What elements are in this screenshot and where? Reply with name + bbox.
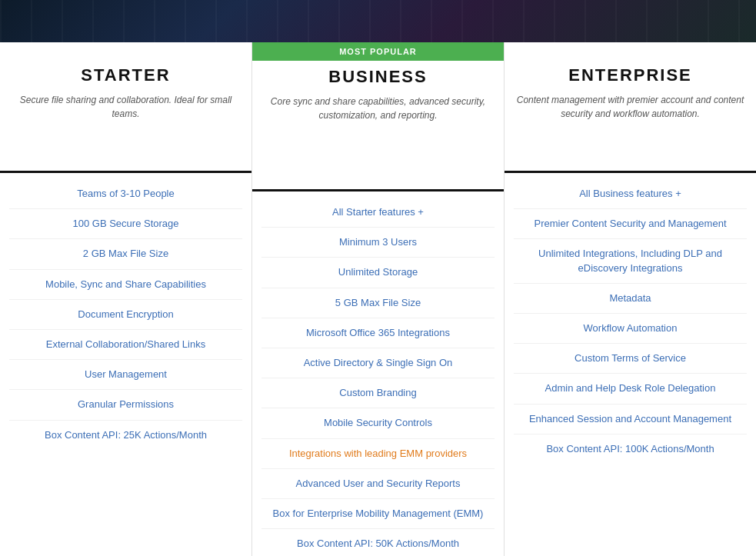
hero-banner	[0, 0, 756, 42]
business-features: All Starter features + Minimum 3 Users U…	[252, 191, 504, 556]
starter-plan-name: STARTER	[81, 65, 170, 85]
pricing-wrapper: STARTER Secure file sharing and collabor…	[0, 42, 756, 556]
enterprise-plan: ENTERPRISE Content management with premi…	[505, 42, 756, 556]
list-item: 5 GB Max File Size	[261, 288, 495, 318]
list-item: External Collaboration/Shared Links	[9, 330, 242, 360]
business-plan: MOST POPULAR BUSINESS Core sync and shar…	[252, 42, 505, 556]
starter-features: Teams of 3-10 People 100 GB Secure Stora…	[0, 173, 251, 456]
business-plan-desc: Core sync and share capabilities, advanc…	[264, 95, 492, 122]
list-item: Integrations with leading EMM providers	[261, 439, 495, 469]
list-item: Active Directory & Single Sign On	[261, 348, 495, 378]
starter-plan-desc: Secure file sharing and collaboration. I…	[12, 93, 240, 121]
business-header: BUSINESS Core sync and share capabilitie…	[252, 61, 504, 191]
list-item: Box Content API: 50K Actions/Month	[261, 529, 495, 556]
enterprise-plan-desc: Content management with premier account …	[516, 93, 744, 121]
starter-header: STARTER Secure file sharing and collabor…	[0, 42, 251, 173]
list-item: User Management	[9, 360, 242, 390]
list-item: Microsoft Office 365 Integrations	[261, 318, 495, 348]
list-item: All Business features +	[514, 179, 747, 209]
most-popular-badge: MOST POPULAR	[252, 42, 504, 61]
list-item: Unlimited Storage	[261, 258, 495, 288]
list-item: Mobile Security Controls	[261, 408, 495, 438]
list-item: Premier Content Security and Management	[514, 209, 747, 239]
list-item: Custom Terms of Service	[514, 344, 747, 374]
plans-container: STARTER Secure file sharing and collabor…	[0, 42, 756, 556]
list-item: Document Encryption	[9, 300, 242, 330]
starter-plan: STARTER Secure file sharing and collabor…	[0, 42, 252, 556]
enterprise-header: ENTERPRISE Content management with premi…	[505, 42, 756, 173]
list-item: Mobile, Sync and Share Capabilities	[9, 270, 242, 300]
list-item: Minimum 3 Users	[261, 228, 495, 258]
list-item: All Starter features +	[261, 198, 495, 228]
business-plan-name: BUSINESS	[328, 67, 427, 87]
list-item: Admin and Help Desk Role Delegation	[514, 374, 747, 404]
list-item: 2 GB Max File Size	[9, 239, 242, 269]
enterprise-features: All Business features + Premier Content …	[505, 173, 756, 470]
list-item: Advanced User and Security Reports	[261, 469, 495, 499]
list-item: Teams of 3-10 People	[9, 179, 242, 209]
list-item: Custom Branding	[261, 378, 495, 408]
list-item: Workflow Automation	[514, 314, 747, 344]
list-item: Box Content API: 25K Actions/Month	[9, 421, 242, 450]
list-item: 100 GB Secure Storage	[9, 209, 242, 239]
list-item: Box for Enterprise Mobility Management (…	[261, 499, 495, 529]
list-item: Enhanced Session and Account Management	[514, 405, 747, 434]
enterprise-plan-name: ENTERPRISE	[568, 65, 692, 85]
list-item: Metadata	[514, 284, 747, 314]
list-item: Unlimited Integrations, Including DLP an…	[514, 239, 747, 283]
list-item: Box Content API: 100K Actions/Month	[514, 434, 747, 464]
list-item: Granular Permissions	[9, 390, 242, 420]
